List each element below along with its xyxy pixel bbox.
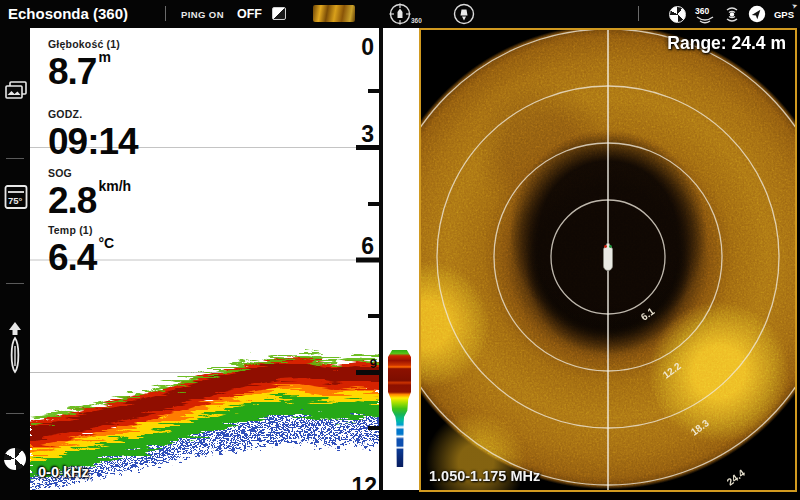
- svg-text:360: 360: [411, 17, 422, 24]
- readout-time: GODZ. 09:14: [48, 108, 140, 161]
- sonar-2d-pane[interactable]: 0 3 6 9 12 Głębokość (1) 8.7m GODZ. 09:1…: [30, 28, 419, 490]
- readout-depth: Głębokość (1) 8.7m: [48, 38, 120, 91]
- contrast-icon[interactable]: [272, 7, 286, 20]
- ring-label-1: 6.1: [639, 305, 657, 322]
- ping-status[interactable]: PING ON: [181, 9, 224, 20]
- ring-label-2: 12.2: [661, 360, 684, 381]
- top-status-bar: Echosonda (360) PING ON OFF 360 360: [0, 0, 800, 28]
- view-title: Echosonda (360): [8, 5, 128, 22]
- sonar-360-mode-icon[interactable]: 360: [388, 3, 422, 26]
- divider: [6, 413, 24, 414]
- sonar-360-frequency-label: 1.050-1.175 MHz: [429, 468, 540, 484]
- left-toolbar: 75°: [0, 28, 30, 500]
- readout-temp: Temp (1) 6.4°C: [48, 224, 114, 277]
- depth-tick-12: 12: [351, 473, 377, 490]
- ring-label-3: 18.3: [689, 417, 712, 438]
- depth-tick-9: 9: [370, 356, 377, 371]
- range-label: Range: 24.4 m: [667, 33, 786, 54]
- gps-fix-arrow-icon: ➤: [791, 1, 799, 11]
- depth-tick-6: 6: [361, 233, 374, 259]
- rts-window: [388, 350, 411, 467]
- heading-status-icon: [748, 5, 766, 23]
- sonar-shutter-icon[interactable]: [4, 448, 26, 470]
- sonar-thumbnail[interactable]: [313, 5, 355, 22]
- boat-icon: [604, 242, 613, 271]
- gps-status: GPS➤: [774, 9, 794, 20]
- depth-tick-3: 3: [361, 121, 374, 147]
- sonar-360-overlay: 6.1 12.2 18.3 24.4: [421, 30, 795, 490]
- readout-sog: SOG 2.8km/h: [48, 167, 131, 220]
- contrast-status[interactable]: OFF: [237, 7, 262, 21]
- transducer-depth-icon[interactable]: [6, 322, 24, 374]
- sonar-frequency-label: 0-0 kHz: [38, 464, 89, 480]
- divider: [6, 158, 24, 159]
- depth-tick-0: 0: [361, 34, 374, 60]
- sweep-360-status-icon: 360: [694, 4, 716, 25]
- sonar-360-pane[interactable]: 6.1 12.2 18.3 24.4 Range: 24.4 m 1.050-1…: [419, 28, 797, 492]
- sonar-ping-status-icon: [724, 4, 740, 25]
- divider: [165, 6, 166, 21]
- svg-text:75°: 75°: [8, 195, 23, 206]
- divider: [638, 6, 639, 21]
- screenshots-icon[interactable]: [4, 80, 28, 102]
- svg-text:360: 360: [695, 6, 709, 16]
- shutter-status-icon: [669, 6, 686, 23]
- ring-label-4: 24.4: [725, 467, 748, 488]
- transducer-status-icon[interactable]: [452, 3, 476, 26]
- temp-graph-icon[interactable]: 75°: [4, 184, 28, 210]
- divider: [6, 283, 24, 284]
